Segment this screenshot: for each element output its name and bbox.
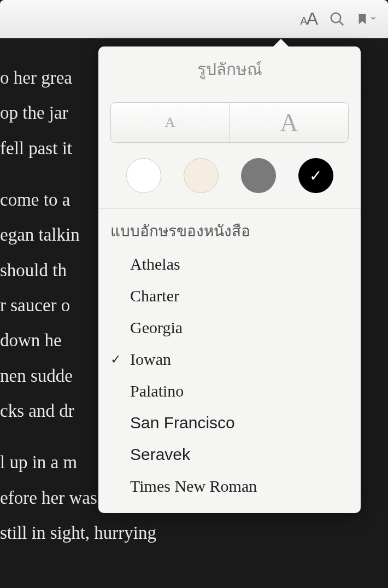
bookmark-button[interactable] <box>356 11 377 27</box>
font-label: Times New Roman <box>130 477 257 496</box>
bookmark-icon <box>356 11 368 27</box>
popover-title: รูปลักษณ์ <box>98 46 361 90</box>
theme-gray[interactable] <box>241 158 276 193</box>
font-option-georgia[interactable]: Georgia <box>98 312 361 344</box>
svg-line-1 <box>339 21 344 25</box>
chevron-down-icon <box>369 14 377 24</box>
theme-swatches: ✓ <box>98 153 361 208</box>
font-list: Athelas Charter Georgia ✓ Iowan Palatino… <box>98 248 361 502</box>
font-option-sanfrancisco[interactable]: San Francisco <box>98 407 361 439</box>
theme-white[interactable] <box>126 158 161 193</box>
decrease-font-button[interactable]: A <box>111 103 230 142</box>
theme-black[interactable]: ✓ <box>298 158 333 193</box>
appearance-popover: รูปลักษณ์ A A ✓ แบบอักษรของหนังสือ Athel… <box>98 46 361 513</box>
appearance-button[interactable]: A A <box>300 9 318 29</box>
font-section-label: แบบอักษรของหนังสือ <box>98 219 361 248</box>
font-label: Charter <box>130 287 179 305</box>
font-size-controls: A A <box>110 102 349 143</box>
font-option-times[interactable]: Times New Roman <box>98 470 361 502</box>
font-size-icon-large: A <box>307 9 318 29</box>
toolbar: A A <box>0 0 388 38</box>
search-icon <box>329 11 345 27</box>
font-option-palatino[interactable]: Palatino <box>98 375 361 407</box>
font-label: Athelas <box>130 255 180 273</box>
font-section: แบบอักษรของหนังสือ Athelas Charter Georg… <box>98 208 361 513</box>
search-button[interactable] <box>329 11 345 27</box>
increase-font-button[interactable]: A <box>230 103 349 142</box>
check-icon: ✓ <box>309 167 322 185</box>
popover-arrow <box>272 39 290 48</box>
font-option-seravek[interactable]: Seravek <box>98 439 361 470</box>
font-label: Seravek <box>130 445 190 464</box>
theme-sepia[interactable] <box>184 158 219 193</box>
font-label: Palatino <box>130 382 184 400</box>
check-icon: ✓ <box>110 352 130 367</box>
font-label: Georgia <box>130 318 183 337</box>
font-option-charter[interactable]: Charter <box>98 280 361 312</box>
font-option-iowan[interactable]: ✓ Iowan <box>98 344 361 375</box>
font-option-athelas[interactable]: Athelas <box>98 248 361 280</box>
svg-point-0 <box>331 13 341 22</box>
font-label: Iowan <box>130 350 171 369</box>
font-label: San Francisco <box>130 414 235 432</box>
